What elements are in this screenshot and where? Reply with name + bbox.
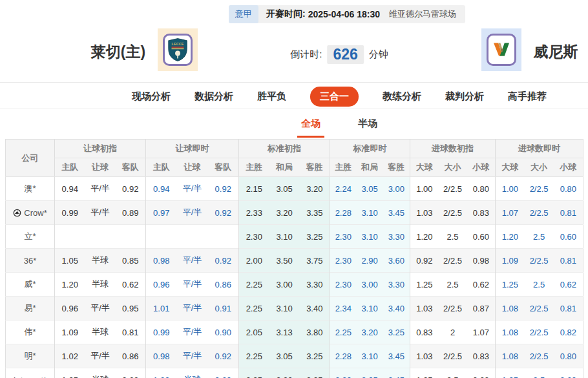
tab-scene[interactable]: 现场分析 [132, 90, 171, 103]
odds-cell: 半球 [85, 368, 116, 378]
home-team-logo: LECCE [158, 28, 198, 71]
company-cell[interactable]: 澳* [6, 177, 55, 201]
odds-cell [208, 225, 239, 249]
league-badge[interactable]: 意甲 [229, 5, 258, 23]
countdown: 倒计时: 626 分钟 [290, 45, 388, 64]
column-header: 客队 [116, 158, 146, 177]
odds-cell: 0.80 [554, 177, 583, 201]
odds-cell: 3.10 [269, 297, 300, 320]
company-name: 威* [24, 279, 36, 289]
odds-cell: 3.25 [300, 344, 330, 368]
tab-coach[interactable]: 教练分析 [383, 90, 421, 103]
odds-cell: 0.92 [208, 344, 239, 368]
odds-cell: 0.62 [116, 273, 146, 297]
table-row: 36*1.05半球0.850.98平/半0.922.003.503.752.30… [6, 249, 583, 273]
group-header-standard-live: 标准即时 [330, 140, 410, 158]
odds-cell: 1.03 [410, 201, 439, 225]
odds-cell: 3.10 [357, 225, 383, 249]
odds-cell: 0.98 [467, 249, 496, 273]
odds-cell: 3.40 [300, 297, 330, 320]
odds-cell: 2.28 [330, 344, 357, 368]
odds-cell: 0.86 [208, 273, 239, 297]
odds-cell: 0.60 [208, 368, 239, 378]
odds-cell: 3.20 [357, 320, 383, 344]
odds-cell: 3.05 [357, 368, 383, 378]
company-name: 明* [24, 351, 36, 361]
company-cell[interactable]: 伟* [6, 320, 55, 344]
odds-cell: 1.03 [410, 344, 439, 368]
column-header: 大球 [410, 158, 439, 177]
odds-cell: 0.97 [146, 201, 177, 225]
odds-cell: 3.25 [383, 320, 410, 344]
column-header: 小球 [554, 158, 583, 177]
odds-cell: 1.08 [496, 344, 525, 368]
column-header: 主胜 [330, 158, 357, 177]
company-cell[interactable]: 36* [6, 249, 55, 273]
odds-cell: 0.63 [467, 368, 496, 378]
odds-cell: 0.90 [208, 320, 239, 344]
kickoff-time: 2025-04-06 18:30 [308, 9, 380, 19]
company-cell[interactable]: Interwet* [6, 368, 55, 378]
odds-cell: 2.5 [439, 368, 467, 378]
odds-cell: 3.20 [269, 201, 300, 225]
odds-cell: 半球 [177, 368, 208, 378]
odds-cell: 2.05 [239, 320, 269, 344]
company-cell[interactable]: 立* [6, 225, 55, 249]
group-header-handicap-initial: 让球初指 [55, 140, 146, 158]
odds-cell: 1.08 [496, 320, 525, 344]
odds-cell: 3.10 [269, 225, 300, 249]
odds-cell: 3.05 [269, 344, 300, 368]
odds-cell: 2.5 [439, 225, 467, 249]
odds-cell: 3.25 [300, 225, 330, 249]
odds-cell: 0.83 [410, 320, 439, 344]
odds-cell: 平/半 [85, 344, 116, 368]
odds-cell: 0.98 [146, 249, 177, 273]
odds-cell: 3.80 [300, 320, 330, 344]
tab-full-match[interactable]: 全场 [297, 118, 324, 138]
column-header: 和局 [269, 158, 300, 177]
odds-cell: 1.25 [496, 273, 525, 297]
table-row: 威*1.20半球0.620.96平/半0.862.253.003.302.303… [6, 273, 583, 297]
tab-three-in-one[interactable]: 三合一 [310, 87, 359, 107]
odds-cell: 2 [439, 320, 467, 344]
company-cell[interactable]: 易* [6, 297, 55, 320]
odds-cell: 平/半 [85, 201, 116, 225]
odds-cell: 2.30 [330, 249, 357, 273]
odds-cell: 1.25 [410, 368, 439, 378]
tab-referee[interactable]: 裁判分析 [445, 90, 484, 103]
away-team-name: 威尼斯 [530, 43, 582, 61]
odds-cell [116, 225, 146, 249]
odds-cell: 2.25 [239, 297, 269, 320]
tab-expert[interactable]: 高手推荐 [508, 90, 547, 103]
tab-wdl[interactable]: 胜平负 [257, 90, 286, 103]
svg-text:LECCE: LECCE [172, 42, 184, 46]
odds-cell: 0.81 [554, 249, 583, 273]
venezia-crest-icon [487, 34, 516, 66]
table-row: 伟*1.09半球0.810.99平/半0.902.053.133.802.253… [6, 320, 583, 344]
odds-cell [55, 225, 85, 249]
odds-cell: 平/半 [85, 297, 116, 320]
odds-cell: 2.5 [525, 368, 554, 378]
odds-cell: 平/半 [85, 177, 116, 201]
company-cell[interactable]: Crow* [6, 201, 55, 225]
company-cell[interactable]: 威* [6, 273, 55, 297]
company-cell[interactable]: 明* [6, 344, 55, 368]
odds-cell: 0.99 [146, 320, 177, 344]
odds-cell: 0.82 [554, 320, 583, 344]
tab-half-match[interactable]: 半场 [354, 118, 381, 138]
odds-cell: 2.30 [330, 225, 357, 249]
odds-cell: 1.20 [410, 225, 439, 249]
company-name: 立* [24, 231, 36, 241]
group-header-goals-live: 进球数即时 [496, 140, 583, 158]
tab-data[interactable]: 数据分析 [194, 90, 233, 103]
odds-cell: 0.91 [208, 297, 239, 320]
odds-cell: 2.34 [330, 297, 357, 320]
odds-cell: 0.63 [116, 368, 146, 378]
odds-cell: 2.33 [239, 201, 269, 225]
odds-cell: 1.00 [410, 177, 439, 201]
group-header-standard-initial: 标准初指 [239, 140, 330, 158]
column-header: 主队 [55, 158, 85, 177]
odds-cell: 平/半 [177, 273, 208, 297]
column-header: 客胜 [383, 158, 410, 177]
odds-cell: 1.05 [55, 249, 85, 273]
